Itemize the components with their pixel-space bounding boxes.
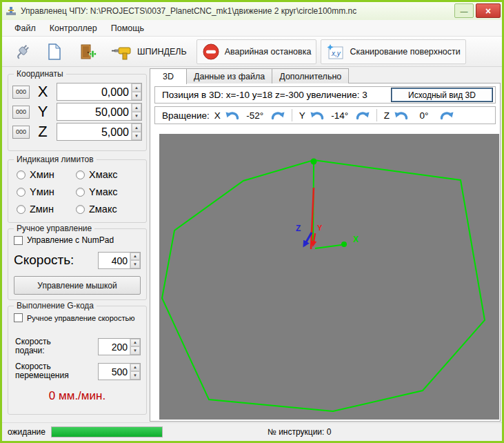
coord-y-input[interactable]: 50,000 ▲▼ xyxy=(57,103,142,121)
limit-label: Yмакс xyxy=(89,186,117,197)
spin-up-button[interactable]: ▲ xyxy=(130,253,140,261)
document-icon xyxy=(46,43,63,61)
limits-grid: Хмин Хмакс Yмин Yмакс Zмин Zмакс xyxy=(17,169,143,215)
manual-speed-checkbox[interactable] xyxy=(14,313,23,322)
connect-button[interactable] xyxy=(8,39,37,64)
rotate-ccw-icon xyxy=(394,110,408,120)
zero-z-button[interactable]: 000 xyxy=(12,126,30,139)
rotate-ccw-icon xyxy=(225,110,239,120)
emergency-stop-icon xyxy=(202,43,220,61)
spin-up-button[interactable]: ▲ xyxy=(132,124,141,132)
spin-down-button[interactable]: ▼ xyxy=(130,371,140,380)
tab-extra[interactable]: Дополнительно xyxy=(272,68,349,83)
toolpath-circle-polygon xyxy=(162,160,485,411)
rotate-cw-icon xyxy=(271,110,285,120)
menubar: Файл Контроллер Помощь xyxy=(2,20,502,37)
feed-rate-readout: 0 мм./мин. xyxy=(8,389,146,403)
feed-speed-input[interactable]: 200 ▲▼ xyxy=(98,338,141,355)
emergency-stop-button[interactable]: Аварийная остановка xyxy=(196,39,317,64)
limit-radio-icon xyxy=(17,170,26,179)
coord-row-z: 000 Z 5,000 ▲▼ xyxy=(12,123,142,141)
rotation-axis-label: Y xyxy=(299,110,305,121)
tab-3d[interactable]: 3D xyxy=(150,68,187,84)
limit-ymin: Yмин xyxy=(17,186,76,197)
zero-x-button[interactable]: 000 xyxy=(12,86,30,99)
minimize-button[interactable]: — xyxy=(454,3,474,18)
limit-xmax: Хмакс xyxy=(76,169,143,180)
spin-down-button[interactable]: ▼ xyxy=(132,112,141,120)
position-bar: Позиция в 3D: x=-10 y=18 z=-300 увеличен… xyxy=(154,86,496,104)
spin-up-button[interactable]: ▲ xyxy=(130,364,140,372)
axis-x-label: X xyxy=(32,83,54,101)
rotate-cw-icon xyxy=(440,110,454,120)
close-button[interactable]: × xyxy=(476,3,501,18)
tab-page-3d: Позиция в 3D: x=-10 y=18 z=-300 увеличен… xyxy=(150,83,501,422)
rotate-z-ccw-button[interactable] xyxy=(394,110,408,120)
surface-scan-button[interactable]: x,y Сканирование поверхности xyxy=(321,39,465,64)
coordinates-group-title: Координаты xyxy=(14,69,66,79)
limit-label: Zмакс xyxy=(89,204,117,215)
feed-speed-row: Скорость подачи: 200 ▲▼ xyxy=(15,337,141,356)
menu-item-help[interactable]: Помощь xyxy=(104,20,151,36)
reset-view-button[interactable]: Исходный вид 3D xyxy=(391,88,493,102)
new-file-button[interactable] xyxy=(41,39,68,64)
coord-row-y: 000 Y 50,000 ▲▼ xyxy=(12,103,142,121)
menu-item-file[interactable]: Файл xyxy=(8,20,43,36)
spin-down-button[interactable]: ▼ xyxy=(132,132,141,140)
surface-scan-icon: x,y xyxy=(326,43,345,61)
app-window: Управленец ЧПУ: N:\PROJECTS\0037_PlanetC… xyxy=(0,0,504,443)
connect-plug-icon xyxy=(13,43,31,61)
move-speed-input[interactable]: 500 ▲▼ xyxy=(98,363,141,380)
rotation-angle-x: -52° xyxy=(244,110,266,121)
numpad-checkbox[interactable] xyxy=(14,236,23,245)
rotate-z-cw-button[interactable] xyxy=(440,110,454,120)
feed-speed-value: 200 xyxy=(99,339,130,355)
progress-bar xyxy=(51,426,163,437)
rotation-axis-label: X xyxy=(214,110,221,121)
move-speed-row: Скорость перемещения 500 ▲▼ xyxy=(15,362,141,381)
limit-label: Хмин xyxy=(30,169,54,180)
spin-up-button[interactable]: ▲ xyxy=(132,83,141,92)
coord-y-value: 50,000 xyxy=(57,104,131,120)
jog-speed-row: Скорость: 400 ▲▼ xyxy=(14,250,141,270)
spindle-label: ШПИНДЕЛЬ xyxy=(137,47,187,57)
rotation-bar: Вращение: X -52° Y -14° Z xyxy=(154,106,496,124)
rotation-axis-label: Z xyxy=(384,110,390,121)
spin-down-button[interactable]: ▼ xyxy=(132,92,141,100)
feed-speed-label: Скорость подачи: xyxy=(15,337,72,355)
coord-z-input[interactable]: 5,000 ▲▼ xyxy=(57,123,142,141)
rotate-x-ccw-button[interactable] xyxy=(225,110,239,120)
coord-x-input[interactable]: 0,000 ▲▼ xyxy=(57,83,142,101)
spindle-button[interactable]: ШПИНДЕЛЬ xyxy=(106,39,192,64)
tab-strip: 3D Данные из файла Дополнительно xyxy=(150,68,501,83)
limits-group-title: Индикация лимитов xyxy=(14,155,97,164)
jog-speed-input[interactable]: 400 ▲▼ xyxy=(98,252,141,269)
tab-file-data[interactable]: Данные из файла xyxy=(186,68,272,83)
axis-z-label: Z xyxy=(32,123,54,141)
move-speed-value: 500 xyxy=(99,364,130,380)
svg-text:x,y: x,y xyxy=(331,50,341,57)
rotate-y-cw-button[interactable] xyxy=(356,110,370,120)
rotation-group-y: Y -14° xyxy=(299,110,370,121)
limit-label: Yмин xyxy=(30,186,54,197)
spin-down-button[interactable]: ▼ xyxy=(130,260,140,268)
emergency-stop-label: Аварийная остановка xyxy=(225,47,312,57)
limits-group: Индикация лимитов Хмин Хмакс Yмин Yмакс … xyxy=(8,159,147,223)
rotate-y-ccw-button[interactable] xyxy=(310,110,324,120)
numpad-checkbox-label: Управление с NumPad xyxy=(27,235,114,245)
manual-group-title: Ручное управление xyxy=(14,224,94,233)
limit-radio-icon xyxy=(17,205,26,214)
open-door-button[interactable] xyxy=(72,39,102,64)
axis-y-text: Y xyxy=(317,224,323,232)
spin-up-button[interactable]: ▲ xyxy=(132,104,141,112)
manual-speed-checkbox-label: Ручное управление скоростью xyxy=(27,314,134,322)
rotate-x-cw-button[interactable] xyxy=(271,110,285,120)
menu-item-controller[interactable]: Контроллер xyxy=(43,20,104,36)
viewport-3d[interactable]: Z Y X xyxy=(159,134,499,420)
spin-up-button[interactable]: ▲ xyxy=(130,339,140,347)
drill-icon xyxy=(112,43,132,61)
status-text: ожидание xyxy=(8,427,46,437)
spin-down-button[interactable]: ▼ xyxy=(130,346,140,355)
mouse-control-button[interactable]: Управление мышкой xyxy=(14,276,141,295)
zero-y-button[interactable]: 000 xyxy=(12,106,30,119)
